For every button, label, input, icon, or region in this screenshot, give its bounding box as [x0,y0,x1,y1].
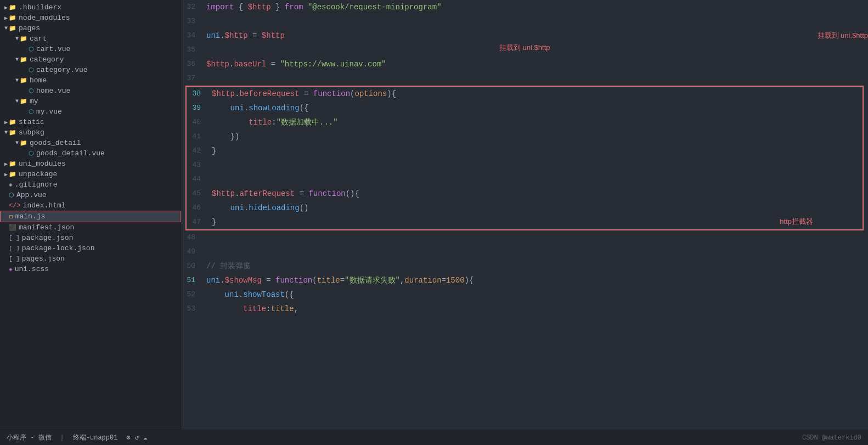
sidebar-item-label: home [30,76,47,85]
chevron-icon: ▼ [15,57,19,63]
line-content: $http.beforeRequest = function(options){ [210,87,863,101]
sidebar-item-app-vue[interactable]: ⬡ App.vue [0,190,181,200]
sidebar-item-category-vue[interactable]: ⬡ category.vue [0,65,181,75]
code-line-53: 53 title:title, [181,302,868,316]
file-tree-sidebar[interactable]: ▶ 📁 .hbuilderx ▶ 📁 node_modules ▼ 📁 page… [0,0,181,430]
line-content [204,245,868,259]
sidebar-item-label: main.js [15,212,46,221]
code-line-36: 36 $http.baseUrl = "https://www.uinav.co… [181,57,868,71]
chevron-icon: ▶ [4,4,8,11]
refresh-icon[interactable]: ↺ [135,433,139,442]
line-number: 49 [181,245,204,259]
bottom-separator: | [60,434,64,442]
line-content: title:"数据加载中..." [210,115,863,129]
sidebar-item-unpackage[interactable]: ▶ 📁 unpackage [0,169,181,179]
line-number: 47 [187,215,210,229]
sidebar-item-label: package.json [22,234,74,242]
sidebar-item-package-lock-json[interactable]: [ ] package-lock.json [0,243,181,254]
line-content: uni.showToast({ [204,288,868,302]
sidebar-item-pages[interactable]: ▼ 📁 pages [0,23,181,33]
code-line-44: 44 [187,172,863,187]
cloud-icon[interactable]: ☁ [143,433,147,442]
line-content: // 封装弹窗 [204,259,868,273]
line-number: 45 [187,187,210,201]
sidebar-item-index-html[interactable]: </> index.html [0,200,181,211]
sidebar-item-uni-scss[interactable]: ◈ uni.scss [0,264,181,274]
folder-icon: 📁 [20,56,27,63]
chevron-icon: ▶ [4,119,8,126]
chevron-icon: ▶ [4,171,8,178]
sidebar-item-label: pages.json [22,255,65,263]
code-line-32: 32 import { $http } from "@escook/reques… [181,0,868,14]
line-number: 46 [187,201,210,215]
sidebar-item-label: static [19,118,44,126]
vue-file-icon: ⬡ [29,46,34,53]
sidebar-item-pages-json[interactable]: [ ] pages.json [0,254,181,264]
code-line-48: 48 [181,230,868,245]
sidebar-item-label: category.vue [36,66,88,74]
chevron-icon: ▼ [15,36,19,42]
settings-icon[interactable]: ⚙ [126,433,130,442]
sidebar-item-label: my [30,97,38,105]
sidebar-item-hbuilderx[interactable]: ▶ 📁 .hbuilderx [0,2,181,13]
js-file-icon: ◻ [9,213,13,220]
scss-file-icon: ◈ [9,266,13,273]
bottom-icons: ⚙ ↺ ☁ [126,433,147,442]
code-line-38: 38 $http.beforeRequest = function(option… [187,87,863,101]
chevron-icon: ▶ [4,161,8,167]
code-line-42: 42 } [187,144,863,158]
folder-icon: 📁 [9,25,16,32]
code-area: 32 import { $http } from "@escook/reques… [181,0,868,430]
sidebar-item-goods-detail-vue[interactable]: ⬡ goods_detail.vue [0,148,181,159]
line-number: 43 [187,158,210,172]
folder-icon: 📁 [20,98,27,105]
sidebar-item-manifest-json[interactable]: ⬛ manifest.json [0,222,181,233]
code-editor[interactable]: 32 import { $http } from "@escook/reques… [181,0,868,430]
code-line-39: 39 uni.showLoading({ [187,101,863,115]
folder-icon: 📁 [9,14,16,21]
code-line-45: 45 $http.afterRequest = function(){ [187,187,863,201]
vue-file-icon: ⬡ [29,66,34,74]
sidebar-item-label: package-lock.json [22,244,95,252]
mount-annotation-overlay: 挂载到 uni.$http [499,43,550,53]
vue-file-icon: ⬡ [29,108,34,115]
sidebar-item-home[interactable]: ▼ 📁 home [0,75,181,86]
sidebar-item-gitignore[interactable]: ◈ .gitignore [0,179,181,190]
line-number: 32 [181,0,204,14]
sidebar-item-cart[interactable]: ▼ 📁 cart [0,33,181,44]
line-content [210,172,863,187]
sidebar-item-node-modules[interactable]: ▶ 📁 node_modules [0,13,181,23]
code-line-46: 46 uni.hideLoading() [187,201,863,215]
line-content [210,158,863,172]
sidebar-item-static[interactable]: ▶ 📁 static [0,117,181,127]
folder-icon: 📁 [9,4,16,11]
sidebar-item-category[interactable]: ▼ 📁 category [0,54,181,65]
sidebar-item-label: .hbuilderx [19,3,61,12]
bottom-program-label: 小程序 - 微信 [7,433,52,442]
vue-file-icon: ⬡ [9,191,14,199]
folder-icon: 📁 [9,171,16,178]
folder-icon: 📁 [9,129,16,136]
sidebar-item-subpkg[interactable]: ▼ 📁 subpkg [0,127,181,138]
sidebar-item-label: node_modules [19,14,70,22]
line-content: uni.hideLoading() [210,201,863,215]
folder-icon: 📁 [20,35,27,42]
file-icon: ◈ [9,181,13,188]
sidebar-item-label: uni_modules [19,160,66,168]
sidebar-item-goods-detail[interactable]: ▼ 📁 goods_detail [0,138,181,148]
sidebar-item-home-vue[interactable]: ⬡ home.vue [0,86,181,96]
sidebar-item-label: index.html [23,201,66,210]
sidebar-item-main-js[interactable]: ◻ main.js [0,211,181,222]
code-line-43: 43 [187,158,863,172]
sidebar-item-my[interactable]: ▼ 📁 my [0,96,181,106]
sidebar-item-cart-vue[interactable]: ⬡ cart.vue [0,44,181,54]
sidebar-item-label: uni.scss [15,265,49,273]
chevron-icon: ▼ [15,77,19,83]
line-number: 48 [181,230,204,245]
html-file-icon: </> [9,202,21,210]
sidebar-item-uni-modules[interactable]: ▶ 📁 uni_modules [0,159,181,169]
code-line-52: 52 uni.showToast({ [181,288,868,302]
sidebar-item-package-json[interactable]: [ ] package.json [0,233,181,243]
code-line-40: 40 title:"数据加载中..." [187,115,863,129]
sidebar-item-my-vue[interactable]: ⬡ my.vue [0,106,181,117]
